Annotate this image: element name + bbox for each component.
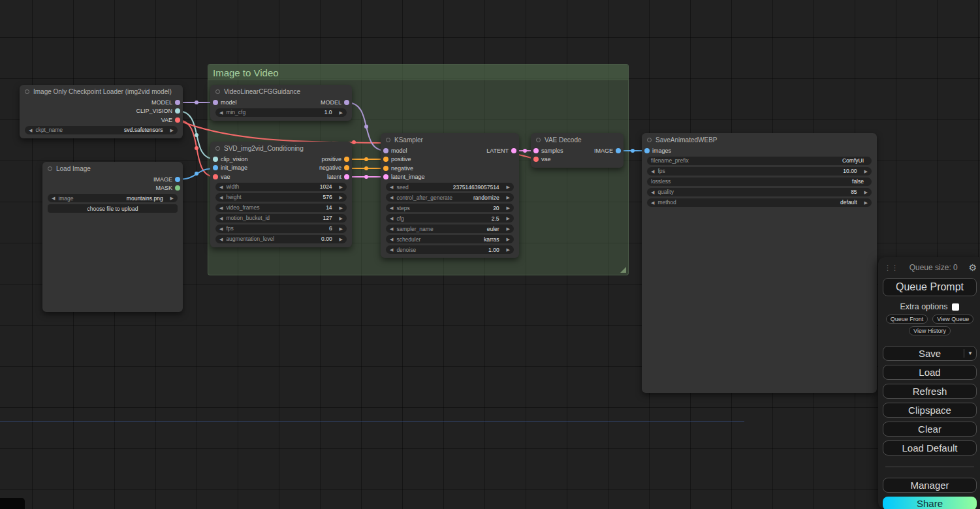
right-arrow-icon[interactable]: ▶ (507, 226, 510, 231)
node-save-animated-webp[interactable]: SaveAnimatedWEBP images filename_prefix … (642, 133, 877, 393)
positive-output-port[interactable] (344, 157, 349, 162)
right-arrow-icon[interactable]: ▶ (340, 237, 343, 241)
input-slot[interactable]: samples (533, 147, 563, 154)
right-arrow-icon[interactable]: ▶ (340, 110, 343, 115)
extra-options-checkbox[interactable] (952, 303, 959, 311)
input-slot[interactable]: clip_vision (213, 156, 248, 162)
widget-cfg[interactable]: ◀ cfg 2.5 ▶ (386, 214, 514, 223)
collapse-dot-icon[interactable] (25, 89, 29, 94)
clear-button[interactable]: Clear (883, 422, 977, 437)
left-arrow-icon[interactable]: ◀ (390, 206, 393, 210)
input-slot[interactable]: vae (533, 156, 551, 162)
left-arrow-icon[interactable]: ◀ (651, 169, 654, 174)
model-input-port[interactable] (383, 148, 388, 153)
clip-vision-output-port[interactable] (175, 108, 180, 114)
right-arrow-icon[interactable]: ▶ (170, 128, 174, 132)
clip-vision-input-port[interactable] (213, 157, 218, 162)
widget-fps[interactable]: ◀ fps 6 ▶ (215, 224, 347, 233)
right-arrow-icon[interactable]: ▶ (340, 206, 343, 210)
right-arrow-icon[interactable]: ▶ (507, 247, 510, 252)
menu-drag-handle[interactable]: ⋮⋮ (884, 264, 898, 272)
node-title-bar[interactable]: Load Image (42, 162, 183, 175)
left-arrow-icon[interactable]: ◀ (390, 185, 393, 189)
input-slot[interactable]: negative (383, 165, 413, 172)
widget-steps[interactable]: ◀ steps 20 ▶ (386, 204, 514, 212)
refresh-button[interactable]: Refresh (883, 384, 977, 399)
widget-image[interactable]: ◀ image mountains.png ▶ (48, 194, 178, 202)
output-slot[interactable]: VAE (161, 117, 180, 123)
left-arrow-icon[interactable]: ◀ (219, 110, 223, 115)
mask-output-port[interactable] (175, 185, 180, 191)
view-history-button[interactable]: View History (909, 326, 951, 335)
queue-front-button[interactable]: Queue Front (886, 315, 928, 324)
latent-image-input-port[interactable] (383, 174, 388, 179)
left-arrow-icon[interactable]: ◀ (52, 196, 55, 200)
left-arrow-icon[interactable]: ◀ (29, 128, 32, 132)
left-arrow-icon[interactable]: ◀ (390, 247, 393, 252)
group-resize-handle[interactable] (620, 267, 626, 273)
left-arrow-icon[interactable]: ◀ (651, 200, 654, 205)
widget-augmentation-level[interactable]: ◀ augmentation_level 0.00 ▶ (215, 235, 347, 243)
widget-quality[interactable]: ◀ quality 85 ▶ (647, 188, 872, 196)
right-arrow-icon[interactable]: ▶ (864, 200, 868, 205)
widget-control-after-generate[interactable]: ◀ control_after_generate randomize ▶ (386, 193, 514, 202)
left-arrow-icon[interactable]: ◀ (219, 216, 223, 221)
node-title-bar[interactable]: VAE Decode (531, 133, 624, 146)
node-title-bar[interactable]: SaveAnimatedWEBP (642, 133, 877, 146)
widget-filename-prefix[interactable]: filename_prefix ComfyUI (647, 157, 872, 165)
widget-seed[interactable]: ◀ seed 237514639057514 ▶ (386, 183, 514, 191)
input-slot[interactable]: latent_image (383, 174, 425, 180)
node-checkpoint-loader[interactable]: Image Only Checkpoint Loader (img2vid mo… (20, 85, 183, 138)
input-slot[interactable]: positive (383, 156, 411, 162)
vae-input-port[interactable] (213, 174, 218, 179)
right-arrow-icon[interactable]: ▶ (507, 216, 510, 221)
output-slot[interactable]: MASK (155, 185, 180, 191)
right-arrow-icon[interactable]: ▶ (507, 206, 510, 210)
right-arrow-icon[interactable]: ▶ (340, 226, 343, 231)
left-arrow-icon[interactable]: ◀ (390, 195, 393, 200)
widget-scheduler[interactable]: ◀ scheduler karras ▶ (386, 235, 514, 243)
widget-width[interactable]: ◀ width 1024 ▶ (215, 183, 347, 191)
negative-input-port[interactable] (383, 166, 388, 171)
output-slot[interactable]: latent (327, 174, 349, 180)
load-button[interactable]: Load (883, 365, 977, 380)
input-slot[interactable]: vae (213, 174, 230, 180)
latent-output-port[interactable] (344, 174, 349, 179)
left-arrow-icon[interactable]: ◀ (390, 237, 393, 241)
right-arrow-icon[interactable]: ▶ (340, 185, 343, 189)
node-title-bar[interactable]: Image Only Checkpoint Loader (img2vid mo… (20, 85, 183, 98)
node-vae-decode[interactable]: VAE Decode samples IMAGE vae (531, 133, 624, 168)
gear-icon[interactable]: ⚙ (968, 262, 977, 273)
images-input-port[interactable] (644, 148, 650, 153)
samples-input-port[interactable] (533, 148, 539, 153)
input-slot[interactable]: init_image (213, 164, 247, 171)
vae-output-port[interactable] (175, 117, 180, 123)
share-button[interactable]: Share (883, 497, 977, 509)
node-load-image[interactable]: Load Image IMAGE MASK ◀ image mountains.… (42, 162, 183, 312)
widget-motion-bucket-id[interactable]: ◀ motion_bucket_id 127 ▶ (215, 214, 347, 223)
manager-button[interactable]: Manager (883, 478, 977, 493)
right-arrow-icon[interactable]: ▶ (507, 195, 510, 200)
queue-prompt-button[interactable]: Queue Prompt (883, 278, 977, 296)
left-arrow-icon[interactable]: ◀ (390, 226, 393, 231)
collapse-dot-icon[interactable] (48, 166, 52, 171)
right-arrow-icon[interactable]: ▶ (864, 190, 868, 194)
node-title-bar[interactable]: SVD_img2vid_Conditioning (210, 142, 352, 155)
node-title-bar[interactable]: VideoLinearCFGGuidance (210, 85, 352, 98)
init-image-input-port[interactable] (213, 165, 218, 170)
collapse-dot-icon[interactable] (215, 146, 220, 151)
left-arrow-icon[interactable]: ◀ (219, 195, 223, 200)
image-output-port[interactable] (616, 148, 621, 153)
latent-output-port[interactable] (511, 148, 516, 153)
image-output-port[interactable] (175, 177, 180, 182)
model-output-port[interactable] (175, 100, 180, 105)
node-title-bar[interactable]: KSampler (381, 133, 519, 146)
right-arrow-icon[interactable]: ▶ (507, 237, 510, 241)
save-button[interactable]: Save ▼ (883, 346, 977, 361)
output-slot[interactable]: LATENT (486, 147, 516, 154)
node-ksampler[interactable]: KSampler model LATENT positive negative … (381, 133, 519, 258)
output-slot[interactable]: IMAGE (153, 176, 180, 183)
left-arrow-icon[interactable]: ◀ (219, 206, 223, 210)
view-queue-button[interactable]: View Queue (932, 315, 973, 324)
collapse-dot-icon[interactable] (536, 138, 541, 142)
